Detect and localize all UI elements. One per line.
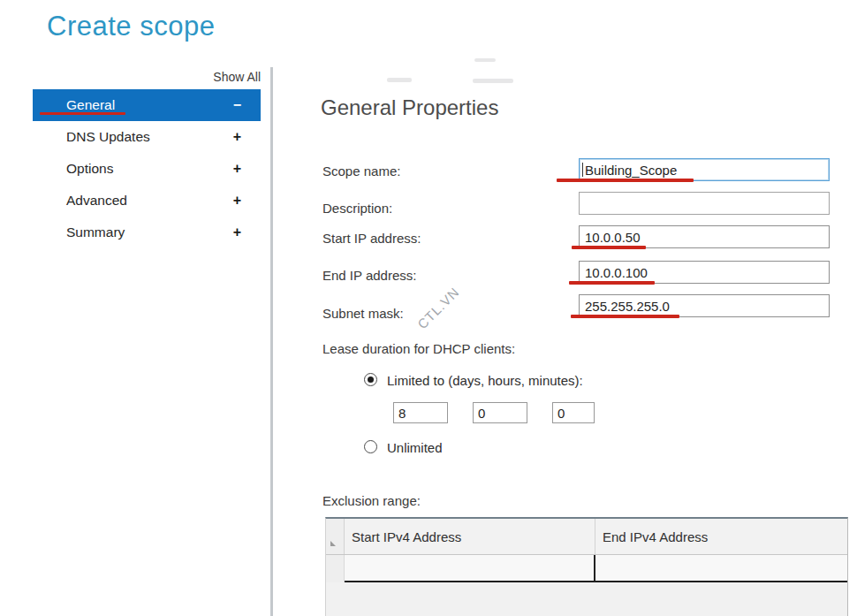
page-title: Create scope xyxy=(47,11,215,42)
sidebar-item-advanced[interactable]: Advanced + xyxy=(33,185,261,217)
row-selector-header xyxy=(326,519,345,554)
sidebar-item-options[interactable]: Options + xyxy=(33,153,261,185)
column-header-end-ipv4: End IPv4 Address xyxy=(595,519,847,554)
sidebar-item-dns-updates[interactable]: DNS Updates + xyxy=(33,121,261,153)
sidebar-item-label: DNS Updates xyxy=(66,129,150,145)
expand-icon[interactable]: + xyxy=(233,161,241,177)
watermark-remnant xyxy=(473,79,513,83)
start-ipv4-cell[interactable] xyxy=(345,555,595,581)
start-ip-label: Start IP address: xyxy=(322,231,421,246)
expand-icon[interactable]: + xyxy=(233,193,241,209)
limited-to-label: Limited to (days, hours, minutes): xyxy=(387,373,583,388)
end-ip-label: End IP address: xyxy=(322,268,416,283)
annotation-underline xyxy=(569,281,655,285)
lease-minutes-input[interactable] xyxy=(552,402,595,423)
sidebar-item-label: General xyxy=(66,97,115,113)
expand-icon[interactable]: + xyxy=(233,129,241,145)
column-header-start-ipv4: Start IPv4 Address xyxy=(345,519,595,554)
sidebar-divider xyxy=(270,67,273,616)
table-header-row: Start IPv4 Address End IPv4 Address xyxy=(326,519,847,555)
description-input[interactable] xyxy=(579,192,830,215)
lease-hours-input[interactable] xyxy=(473,402,527,423)
unlimited-radio[interactable] xyxy=(364,440,377,453)
section-heading: General Properties xyxy=(321,95,498,120)
limited-to-radio[interactable] xyxy=(364,373,377,386)
unlimited-label: Unlimited xyxy=(387,440,443,455)
lease-duration-label: Lease duration for DHCP clients: xyxy=(322,341,515,356)
subnet-mask-label: Subnet mask: xyxy=(322,306,404,321)
table-row xyxy=(326,555,847,582)
sidebar-item-label: Summary xyxy=(66,224,125,240)
text-caret xyxy=(582,163,583,177)
exclusion-range-table: Start IPv4 Address End IPv4 Address xyxy=(325,517,848,616)
scope-name-label: Scope name: xyxy=(322,164,400,179)
watermark-remnant xyxy=(387,78,412,82)
watermark-remnant xyxy=(474,58,496,62)
selector-triangle-icon xyxy=(330,541,336,546)
annotation-underline xyxy=(571,315,679,318)
description-label: Description: xyxy=(322,201,392,216)
annotation-underline xyxy=(572,246,646,249)
show-all-link[interactable]: Show All xyxy=(187,70,261,84)
expand-icon[interactable]: + xyxy=(233,224,241,240)
end-ipv4-cell[interactable] xyxy=(595,555,847,581)
exclusion-range-label: Exclusion range: xyxy=(322,493,421,508)
sidebar-item-label: Options xyxy=(66,161,113,177)
row-selector[interactable] xyxy=(326,555,345,582)
sidebar-item-label: Advanced xyxy=(66,193,127,209)
sidebar-item-summary[interactable]: Summary + xyxy=(33,217,261,248)
annotation-underline xyxy=(557,179,694,182)
collapse-icon[interactable]: − xyxy=(233,97,241,113)
annotation-underline xyxy=(40,112,125,115)
lease-days-input[interactable] xyxy=(393,402,448,423)
sidebar-item-general[interactable]: General − xyxy=(33,89,261,121)
create-scope-window: Create scope Show All General − DNS Upda… xyxy=(0,0,857,616)
